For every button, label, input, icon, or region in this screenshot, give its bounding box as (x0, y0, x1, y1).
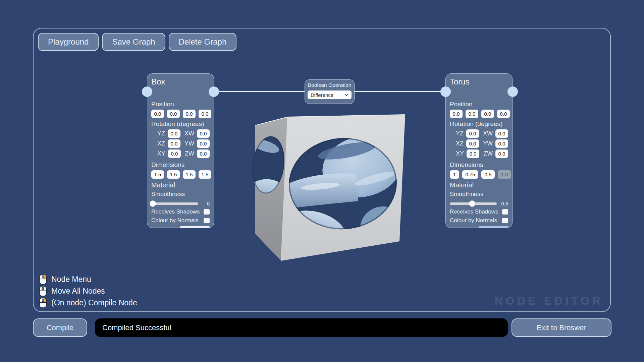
torus-input-connector[interactable] (440, 86, 451, 97)
position-fields (450, 110, 508, 118)
axis-label: YZ (157, 130, 165, 137)
rotation-input[interactable] (197, 129, 210, 138)
rotation-input[interactable] (495, 129, 508, 138)
save-graph-button[interactable]: Save Graph (102, 33, 165, 51)
rotation-input[interactable] (197, 149, 210, 158)
rotation-input[interactable] (466, 129, 479, 138)
toolbar: Playground Save Graph Delete Graph (38, 33, 236, 51)
colour-label: Colour (450, 227, 479, 228)
dimensions-label: Dimensions (450, 161, 508, 169)
legend-label: (On node) Compile Node (51, 298, 137, 307)
legend-item: (On node) Compile Node (39, 297, 137, 309)
colour-by-normals-label: Colour by Normals (450, 217, 502, 224)
legend-label: Node Menu (51, 275, 91, 284)
rotation-input[interactable] (495, 139, 508, 148)
dimension-input[interactable] (481, 170, 495, 179)
mouse-middle-click-icon (39, 286, 47, 296)
rotation-row: XY ZW (450, 149, 508, 158)
colour-by-normals-checkbox[interactable] (204, 218, 210, 223)
receives-shadows-checkbox[interactable] (204, 209, 210, 215)
dimension-input[interactable] (183, 170, 196, 179)
position-input[interactable] (481, 110, 494, 118)
receives-shadows-row: Receives Shadows (450, 208, 508, 215)
torus-output-connector[interactable] (507, 86, 518, 97)
position-input[interactable] (497, 110, 510, 118)
colour-swatch[interactable] (180, 226, 210, 228)
viewport-render (248, 111, 409, 268)
dimensions-label: Dimensions (151, 161, 210, 169)
legend-item: Move All Nodes (39, 285, 137, 297)
rotation-input[interactable] (197, 139, 210, 148)
dimensions-fields (151, 170, 210, 179)
colour-row: Colour (450, 226, 508, 228)
slider-thumb[interactable] (150, 200, 156, 207)
rotation-row: YZ XW (151, 129, 210, 138)
legend-item: Node Menu (39, 274, 137, 285)
rotation-input[interactable] (168, 149, 181, 158)
dimension-input[interactable] (167, 170, 180, 179)
position-fields (151, 110, 210, 118)
dimension-input[interactable] (450, 170, 459, 179)
dimensions-fields (450, 170, 508, 179)
dimension-input-disabled (498, 170, 511, 179)
dimension-input[interactable] (151, 170, 164, 179)
smoothness-slider[interactable]: 0 (151, 201, 210, 206)
slider-thumb[interactable] (469, 200, 475, 207)
rotation-input[interactable] (168, 139, 180, 148)
axis-label: XY (157, 150, 165, 157)
position-input[interactable] (466, 110, 478, 118)
axis-label: XW (483, 130, 493, 137)
axis-label: YW (483, 140, 493, 147)
colour-by-normals-checkbox[interactable] (502, 218, 508, 223)
dimension-input[interactable] (462, 170, 478, 179)
colour-row: Colour (151, 226, 210, 228)
operation-selected-value: Difference (311, 92, 344, 98)
legend: Node Menu Move All Nodes (On node) Compi… (39, 274, 137, 309)
colour-by-normals-label: Colour by Normals (151, 217, 204, 224)
smoothness-slider[interactable]: 0.5 (450, 201, 508, 206)
colour-label: Colour (151, 227, 180, 228)
position-label: Position (151, 101, 210, 108)
receives-shadows-checkbox[interactable] (502, 209, 508, 215)
operation-select[interactable]: Difference (308, 90, 352, 99)
rotation-input[interactable] (495, 149, 508, 158)
box-node[interactable]: Box Position Rotation (degrees) YZ XW XZ… (147, 73, 214, 228)
rotation-label: Rotation (degrees) (151, 120, 210, 128)
boolean-operation-title: Boolean Operation (308, 82, 352, 88)
delete-graph-button[interactable]: Delete Graph (169, 33, 237, 51)
node-title: Box (151, 77, 210, 86)
axis-label: XY (456, 150, 464, 157)
smoothness-value: 0 (202, 201, 210, 206)
watermark: NODE EDITOR (494, 294, 603, 307)
colour-by-normals-row: Colour by Normals (151, 217, 210, 224)
material-label: Material (450, 181, 508, 189)
box-output-connector[interactable] (209, 86, 219, 97)
playground-button[interactable]: Playground (38, 33, 99, 51)
slider-track[interactable] (450, 202, 497, 205)
dimension-input[interactable] (199, 170, 211, 179)
position-label: Position (450, 101, 508, 108)
chevron-down-icon (344, 94, 348, 96)
position-input[interactable] (450, 110, 463, 118)
position-input[interactable] (199, 110, 211, 118)
slider-track[interactable] (151, 202, 198, 205)
rotation-input[interactable] (168, 129, 180, 138)
receives-shadows-label: Receives Shadows (450, 208, 502, 215)
rotation-input[interactable] (467, 149, 479, 158)
smoothness-label: Smoothness (450, 191, 508, 198)
box-input-connector[interactable] (142, 86, 152, 97)
rotation-row: YZ XW (450, 129, 508, 138)
colour-swatch[interactable] (479, 226, 508, 228)
rotation-input[interactable] (466, 139, 479, 148)
position-input[interactable] (167, 110, 180, 118)
smoothness-label: Smoothness (151, 191, 210, 198)
torus-node[interactable]: Torus Position Rotation (degrees) YZ XW … (445, 73, 513, 228)
boolean-operation-node[interactable]: Boolean Operation Difference (305, 79, 355, 104)
exit-to-browser-button[interactable]: Exit to Broswer (512, 318, 611, 337)
status-text: Compiled Successful (102, 323, 171, 332)
receives-shadows-row: Receives Shadows (151, 208, 210, 215)
rotation-row: XZ YW (151, 139, 210, 148)
compile-button[interactable]: Compile (33, 318, 87, 337)
position-input[interactable] (183, 110, 196, 118)
position-input[interactable] (151, 110, 164, 118)
